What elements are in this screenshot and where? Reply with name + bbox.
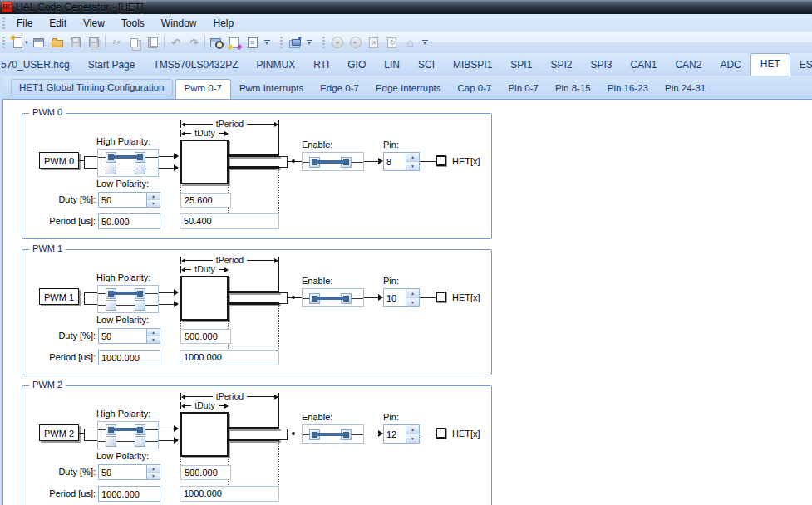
polarity-node[interactable] (135, 300, 145, 311)
duty-input[interactable] (99, 193, 146, 207)
preferences-button[interactable] (225, 34, 244, 51)
menu-item-help[interactable]: Help (205, 15, 243, 32)
menu-item-window[interactable]: Window (153, 15, 205, 32)
undo-icon: ↶ (170, 37, 180, 49)
tab-spi3[interactable]: SPI3 (581, 54, 621, 76)
pin-spinner: ▲ ▼ (406, 289, 419, 306)
polarity-selector[interactable] (97, 285, 159, 313)
polarity-selector[interactable] (97, 149, 159, 177)
pin-input[interactable] (384, 425, 406, 443)
tab-pin-24-31[interactable]: Pin 24-31 (657, 80, 714, 99)
tab-adc[interactable]: ADC (711, 54, 750, 76)
het-pin-checkbox[interactable] (436, 155, 446, 166)
enable-selector[interactable] (302, 288, 364, 307)
toolbar-overflow-button[interactable]: ▾ (264, 40, 270, 46)
tab-can2[interactable]: CAN2 (666, 54, 711, 76)
new-file-button[interactable] (8, 34, 27, 51)
polarity-node[interactable] (135, 164, 145, 174)
het-pin-checkbox[interactable] (436, 292, 446, 302)
tab-esm[interactable]: ESM (790, 54, 812, 76)
period-input[interactable] (99, 214, 160, 228)
tab-het1-global-timing[interactable]: HET1 Global Timing Configuration (11, 79, 173, 96)
enable-selector[interactable] (302, 152, 364, 171)
menu-item-view[interactable]: View (75, 15, 113, 32)
tduty-measure: tDuty (180, 402, 229, 409)
spinner-up-button[interactable]: ▲ (147, 465, 160, 472)
new-file-icon (13, 37, 22, 48)
tab-lin[interactable]: LIN (375, 54, 409, 76)
generate-code-button[interactable] (286, 34, 304, 51)
duty-field: ▲ ▼ (98, 464, 160, 480)
app-icon: HC (2, 2, 12, 12)
menu-item-file[interactable]: File (8, 15, 41, 32)
pin-input[interactable] (384, 153, 406, 170)
spinner-down-button[interactable]: ▼ (147, 199, 160, 207)
spinner-up-button[interactable]: ▲ (406, 425, 419, 434)
tab-can1[interactable]: CAN1 (621, 54, 666, 76)
duty-spinner: ▲ ▼ (146, 329, 160, 343)
polarity-node[interactable] (106, 300, 116, 311)
tab-pinmux[interactable]: PINMUX (247, 54, 304, 76)
polarity-selector[interactable] (97, 421, 159, 449)
pin-field: ▲ ▼ (383, 424, 420, 444)
duty-label: Duty [%]: (31, 467, 96, 477)
tab-gio[interactable]: GIO (338, 54, 375, 76)
toolbar-overflow-button[interactable]: ▾ (422, 40, 428, 46)
polarity-node[interactable] (106, 164, 116, 174)
enable-selected-bar (313, 433, 347, 436)
tab-user-hcg[interactable]: 570_USER.hcg (0, 54, 79, 76)
toolbar-grip (2, 17, 5, 29)
duty-input[interactable] (99, 329, 146, 343)
redo-icon: ↷ (189, 37, 198, 49)
tab-cap-0-7[interactable]: Cap 0-7 (450, 80, 500, 99)
het-pin-checkbox[interactable] (436, 428, 446, 439)
menu-bar: File Edit View Tools Window Help (0, 14, 812, 32)
tab-mibspi1[interactable]: MIBSPI1 (444, 54, 501, 76)
spinner-up-button[interactable]: ▲ (406, 289, 419, 297)
spinner-down-button[interactable]: ▼ (406, 297, 419, 306)
spinner-down-button[interactable]: ▼ (147, 472, 160, 479)
polarity-node[interactable] (106, 436, 116, 447)
menu-item-edit[interactable]: Edit (41, 15, 75, 32)
tab-pwm-0-7[interactable]: Pwm 0-7 (175, 79, 231, 99)
high-polarity-selected-bar (110, 292, 141, 295)
tab-pin-8-15[interactable]: Pin 8-15 (547, 80, 599, 99)
high-polarity-label: High Polarity: (96, 409, 150, 419)
cut-button: ✂ (107, 34, 125, 51)
tab-start-page[interactable]: Start Page (79, 54, 145, 76)
tab-device[interactable]: TMS570LS0432PZ (144, 54, 247, 76)
tab-spi1[interactable]: SPI1 (501, 54, 541, 76)
open-button[interactable] (48, 34, 66, 51)
spinner-up-button[interactable]: ▲ (147, 193, 160, 199)
tab-sci[interactable]: SCI (409, 54, 444, 76)
report-button[interactable]: ≡ (244, 34, 262, 51)
period-input[interactable] (99, 487, 160, 501)
period-label: Period [us]: (31, 488, 96, 498)
duty-input[interactable] (99, 465, 146, 479)
tab-pin-0-7[interactable]: Pin 0-7 (500, 80, 546, 99)
tab-spi2[interactable]: SPI2 (541, 54, 581, 76)
toolbar-overflow-button[interactable]: ▾ (307, 40, 312, 46)
spinner-up-button[interactable]: ▲ (147, 329, 160, 336)
tab-rti[interactable]: RTI (304, 54, 338, 76)
tab-edge-0-7[interactable]: Edge 0-7 (312, 80, 367, 99)
tab-pin-16-23[interactable]: Pin 16-23 (599, 80, 657, 99)
period-field (98, 213, 160, 229)
tab-pwm-interrupts[interactable]: Pwm Interrupts (231, 80, 312, 99)
find-button[interactable] (207, 34, 225, 51)
period-input[interactable] (99, 351, 160, 365)
menu-item-tools[interactable]: Tools (113, 15, 153, 32)
project-window-button[interactable] (30, 34, 48, 51)
spinner-down-button[interactable]: ▼ (147, 336, 160, 343)
duty-label: Duty [%]: (31, 331, 96, 341)
polarity-node[interactable] (135, 436, 145, 447)
spinner-down-button[interactable]: ▼ (406, 161, 419, 170)
enable-selector[interactable] (302, 424, 364, 444)
tab-edge-interrupts[interactable]: Edge Interrupts (367, 80, 450, 99)
spinner-up-button[interactable]: ▲ (406, 153, 419, 161)
spinner-down-button[interactable]: ▼ (406, 434, 419, 443)
pin-input[interactable] (384, 289, 406, 306)
tab-het[interactable]: HET (750, 53, 790, 76)
home-button: ⌂ (401, 34, 420, 51)
tduty-measure: tDuty (180, 130, 229, 137)
